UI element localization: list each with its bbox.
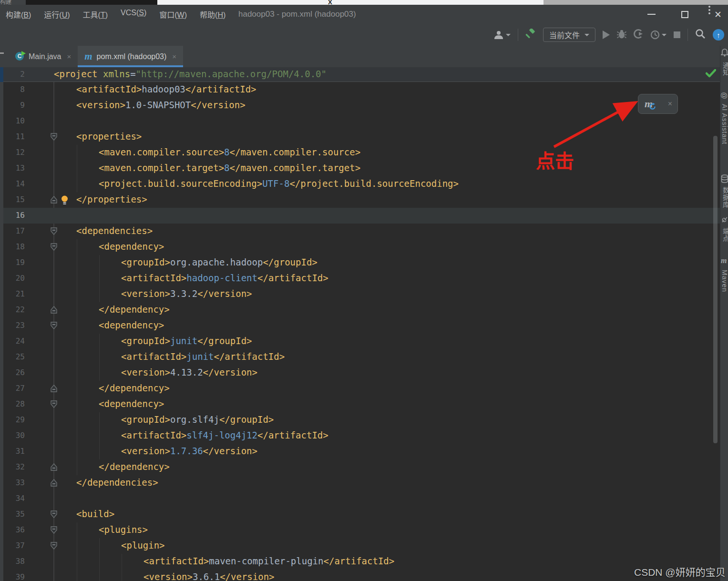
tab-close-icon[interactable]: × xyxy=(172,52,176,61)
maven-reload-button[interactable]: m xyxy=(645,98,657,110)
code-line-15[interactable]: 15</properties> xyxy=(3,192,720,208)
tab-list-more-button[interactable] xyxy=(708,6,710,14)
menu-item[interactable]: 运行(U) xyxy=(44,9,70,20)
toolwindow-button-端点[interactable]: 端点 xyxy=(721,228,728,242)
menu-item[interactable]: 工具(T) xyxy=(83,9,108,20)
inspection-ok-icon[interactable] xyxy=(706,69,716,78)
toolwindow-button-通知[interactable]: 通知 xyxy=(721,62,728,76)
code-line-28[interactable]: 28<dependency> xyxy=(3,397,720,412)
code-line-35[interactable]: 35<build> xyxy=(3,507,720,522)
code-line-21[interactable]: 21<version>3.3.2</version> xyxy=(3,286,720,302)
code-line-37[interactable]: 37<plugin> xyxy=(3,538,720,554)
background-window-strip: 构建 X xyxy=(0,0,728,5)
tab-close-icon[interactable]: × xyxy=(67,52,71,61)
fold-collapse-icon[interactable] xyxy=(51,400,57,410)
code-lines[interactable]: 8<artifactId>hadoop03</artifactId>9<vers… xyxy=(3,82,720,581)
plug-icon[interactable] xyxy=(721,215,728,225)
editor-tab-main-java[interactable]: CMain.java× xyxy=(9,46,78,67)
code-line-34[interactable]: 34 xyxy=(3,491,720,507)
code-line-24[interactable]: 24<groupId>junit</groupId> xyxy=(3,334,720,349)
editor-tab-pom-xml-hadoop03-[interactable]: mpom.xml (hadoop03)× xyxy=(78,46,183,67)
code-line-18[interactable]: 18<dependency> xyxy=(3,239,720,255)
code-line-14[interactable]: 14<project.build.sourceEncoding>UTF-8</p… xyxy=(3,176,720,192)
fold-end-icon[interactable] xyxy=(51,463,57,473)
fold-collapse-icon[interactable] xyxy=(51,542,57,551)
line-number: 28 xyxy=(3,399,25,408)
fold-end-icon[interactable] xyxy=(51,479,57,489)
code-line-38[interactable]: 38<artifactId>maven-compiler-plugin</art… xyxy=(3,554,720,570)
code-line-12[interactable]: 12<maven.compiler.source>8</maven.compil… xyxy=(3,145,720,161)
code-line-20[interactable]: 20<artifactId>hadoop-client</artifactId> xyxy=(3,271,720,286)
run-configuration-select[interactable]: 当前文件 xyxy=(543,28,595,42)
search-everywhere-button[interactable] xyxy=(695,29,706,41)
fold-collapse-icon[interactable] xyxy=(51,243,57,253)
profiler-button[interactable] xyxy=(650,30,666,40)
code-line-39[interactable]: 39<version>3.6.1</version> xyxy=(3,570,720,581)
code-line-32[interactable]: 32</dependency> xyxy=(3,459,720,475)
menu-item[interactable]: VCS(S) xyxy=(121,9,146,20)
line-number: 35 xyxy=(3,510,25,519)
menu-item[interactable]: 构建(B) xyxy=(6,9,31,20)
fold-collapse-icon[interactable] xyxy=(51,133,57,143)
code-token-str: "http://maven.apache.org/POM/4.0.0" xyxy=(136,69,327,79)
line-number: 8 xyxy=(3,85,25,94)
code-line-25[interactable]: 25<artifactId>junit</artifactId> xyxy=(3,349,720,365)
code-line-33[interactable]: 33</dependencies> xyxy=(3,475,720,491)
code-token-tag: <artifactId> xyxy=(121,351,186,362)
code-token-attr: xmlns xyxy=(98,69,131,79)
minimize-button[interactable] xyxy=(638,5,665,24)
toolwindow-button-数据库[interactable]: 数据库 xyxy=(721,187,728,208)
code-line-13[interactable]: 13<maven.compiler.target>8</maven.compil… xyxy=(3,161,720,176)
code-token-blue: UTF-8 xyxy=(262,178,289,189)
fold-collapse-icon[interactable] xyxy=(51,322,57,331)
code-line-26[interactable]: 26<version>4.13.2</version> xyxy=(3,365,720,381)
code-line-19[interactable]: 19<groupId>org.apache.hadoop</groupId> xyxy=(3,255,720,271)
code-line-29[interactable]: 29<groupId>org.slf4j</groupId> xyxy=(3,412,720,428)
at-icon[interactable]: @ xyxy=(721,92,728,100)
fold-end-icon[interactable] xyxy=(51,196,57,205)
collapsed-toolwindow-handle[interactable] xyxy=(0,52,4,54)
intention-bulb-icon[interactable] xyxy=(61,195,69,207)
database-icon[interactable] xyxy=(721,174,728,185)
maven-icon[interactable]: m xyxy=(721,256,727,265)
menu-item[interactable]: 窗口(W) xyxy=(159,9,187,20)
menu-item[interactable]: 帮助(H) xyxy=(200,9,226,20)
line-number: 22 xyxy=(3,305,25,314)
code-token-tag: </artifactId> xyxy=(185,84,256,94)
code-line-22[interactable]: 22</dependency> xyxy=(3,302,720,318)
fold-collapse-icon[interactable] xyxy=(51,510,57,520)
code-line-31[interactable]: 31<version>1.7.36</version> xyxy=(3,444,720,459)
bell-icon[interactable] xyxy=(721,49,728,59)
code-line-17[interactable]: 17<dependencies> xyxy=(3,224,720,239)
stop-button[interactable] xyxy=(674,31,680,38)
toolwindow-button-maven[interactable]: Maven xyxy=(721,270,728,292)
toolwindow-button-ai-assistant[interactable]: AI Assistant xyxy=(721,104,728,144)
code-line-30[interactable]: 30<artifactId>slf4j-log4j12</artifactId> xyxy=(3,428,720,444)
debug-button[interactable] xyxy=(617,29,626,41)
fold-collapse-icon[interactable] xyxy=(51,227,57,237)
chevron-down-icon xyxy=(662,34,666,36)
build-hammer-button[interactable] xyxy=(525,29,536,41)
maximize-button[interactable] xyxy=(671,5,698,24)
sticky-line[interactable]: 2 <project xmlns="http://maven.apache.or… xyxy=(3,67,720,82)
code-line-11[interactable]: 11<properties> xyxy=(3,129,720,145)
fold-end-icon[interactable] xyxy=(51,306,57,316)
popup-close-icon[interactable]: × xyxy=(668,100,672,108)
code-token-tag: </version> xyxy=(191,100,245,110)
code-line-10[interactable]: 10 xyxy=(3,113,720,129)
code-line-23[interactable]: 23<dependency> xyxy=(3,318,720,334)
code-line-27[interactable]: 27</dependency> xyxy=(3,381,720,397)
run-button[interactable] xyxy=(603,31,610,39)
editor-scrollbar[interactable] xyxy=(713,136,718,443)
user-profile-button[interactable] xyxy=(493,30,511,40)
code-line-9[interactable]: 9<version>1.0-SNAPSHOT</version> xyxy=(3,98,720,113)
fold-end-icon[interactable] xyxy=(51,385,57,394)
fold-collapse-icon[interactable] xyxy=(51,526,57,536)
line-number: 33 xyxy=(3,478,25,487)
code-line-8[interactable]: 8<artifactId>hadoop03</artifactId> xyxy=(3,82,720,98)
ide-update-button[interactable]: ↑ xyxy=(713,29,724,41)
code-line-36[interactable]: 36<plugins> xyxy=(3,522,720,538)
code-token-tag: </artifactId> xyxy=(257,273,328,283)
code-line-16[interactable]: 16 xyxy=(3,208,720,224)
coverage-button[interactable] xyxy=(634,29,643,41)
